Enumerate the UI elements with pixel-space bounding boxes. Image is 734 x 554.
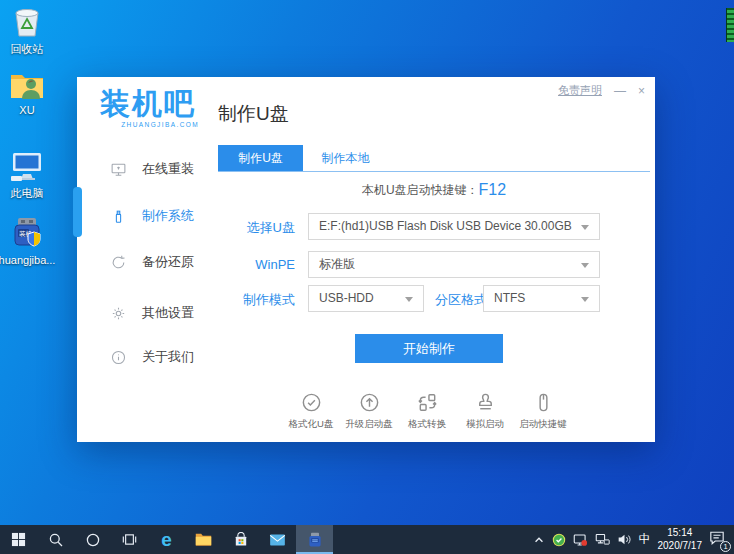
- this-pc-icon: [9, 150, 45, 184]
- desktop-icon-label: 此电脑: [11, 186, 44, 201]
- page-title: 制作U盘: [218, 101, 289, 127]
- chevron-up-icon: [533, 534, 545, 546]
- search-button[interactable]: [37, 525, 74, 554]
- desktop-icon-xu-folder[interactable]: XU: [0, 70, 60, 116]
- file-explorer-button[interactable]: [185, 525, 222, 554]
- tab-bar: 制作U盘 制作本地: [218, 145, 388, 172]
- app-logo-subtitle: ZHUANGJIBA.COM: [91, 121, 205, 128]
- make-mode-label: 制作模式: [231, 291, 295, 309]
- zhuangjiba-taskbar-icon: [307, 532, 323, 548]
- tool-label: 格式转换: [408, 418, 446, 431]
- tool-simulate-boot[interactable]: 模拟启动: [456, 391, 514, 431]
- zhuangjiba-usb-icon: 装机: [9, 216, 45, 252]
- close-button[interactable]: ×: [638, 84, 645, 98]
- cortana-button[interactable]: [74, 525, 111, 554]
- action-center-button[interactable]: 1: [709, 530, 729, 549]
- desktop: 回收站 XU 此电脑 装机: [0, 0, 734, 554]
- info-icon: [110, 349, 127, 366]
- sidebar-item-backup-restore[interactable]: 备份还原: [110, 252, 194, 272]
- usb-select-dropdown[interactable]: E:F:(hd1)USB Flash Disk USB Device 30.00…: [308, 213, 600, 240]
- recycle-bin-icon: [10, 4, 44, 40]
- gear-icon: [110, 305, 127, 322]
- tray-date: 2020/7/17: [658, 540, 703, 553]
- tool-format-usb[interactable]: 格式化U盘: [282, 391, 340, 431]
- upgrade-boot-icon: [358, 391, 381, 414]
- tray-screen-record-icon[interactable]: [573, 533, 588, 547]
- sidebar-item-label: 关于我们: [142, 348, 194, 366]
- system-tray: 中 15:14 2020/7/17 1: [533, 525, 734, 554]
- app-logo: 装机吧 ZHUANGJIBA.COM: [91, 87, 205, 128]
- tool-format-convert[interactable]: 格式转换: [398, 391, 456, 431]
- search-icon: [48, 532, 64, 548]
- tool-row: 格式化U盘 升级启动盘 格式转换: [282, 391, 572, 431]
- tool-label: 格式化U盘: [289, 418, 334, 431]
- store-button[interactable]: [222, 525, 259, 554]
- volume-icon: [617, 533, 632, 546]
- tray-clock[interactable]: 15:14 2020/7/17: [658, 527, 703, 552]
- winpe-dropdown[interactable]: 标准版: [308, 251, 600, 278]
- sidebar-item-about-us[interactable]: 关于我们: [110, 347, 194, 367]
- app-logo-title: 装机吧: [91, 87, 205, 120]
- boot-hotkey-value: F12: [479, 181, 507, 198]
- online-reinstall-icon: [110, 161, 127, 178]
- notification-badge: 1: [720, 541, 731, 552]
- task-view-button[interactable]: [111, 525, 148, 554]
- tool-label: 模拟启动: [466, 418, 504, 431]
- store-icon: [233, 532, 249, 548]
- sidebar-item-online-reinstall[interactable]: 在线重装: [110, 159, 194, 179]
- file-explorer-icon: [195, 532, 212, 547]
- tab-make-local[interactable]: 制作本地: [303, 145, 388, 172]
- sidebar-item-label: 制作系统: [142, 207, 194, 225]
- windows-logo-icon: [11, 532, 26, 547]
- zhuangjiba-app-window: 免责声明 — × 装机吧 ZHUANGJIBA.COM 在线重装 制作系统: [77, 77, 655, 442]
- boot-hotkey-icon: [532, 391, 555, 414]
- taskbar: e: [0, 525, 734, 554]
- mail-icon: [269, 533, 286, 547]
- clipped-desktop-widget: [726, 8, 734, 42]
- screen-record-icon: [573, 533, 588, 547]
- taskbar-left: e: [0, 525, 333, 554]
- partition-format-dropdown[interactable]: NTFS: [483, 285, 600, 312]
- task-view-icon: [121, 531, 138, 548]
- sidebar-item-label: 在线重装: [142, 160, 194, 178]
- usb-drive-icon: [110, 208, 127, 225]
- tool-upgrade-boot[interactable]: 升级启动盘: [340, 391, 398, 431]
- tray-volume-icon[interactable]: [617, 533, 632, 546]
- boot-hotkey-label: 本机U盘启动快捷键：: [362, 183, 479, 197]
- simulate-boot-icon: [474, 391, 497, 414]
- ime-indicator[interactable]: 中: [639, 531, 651, 548]
- active-item-indicator: [73, 187, 82, 237]
- minimize-button[interactable]: —: [614, 84, 626, 98]
- mail-button[interactable]: [259, 525, 296, 554]
- taskbar-app-zhuangjiba[interactable]: [296, 525, 333, 554]
- tab-make-usb[interactable]: 制作U盘: [218, 145, 303, 172]
- hidden-icons-chevron[interactable]: [533, 534, 545, 546]
- format-convert-icon: [416, 391, 439, 414]
- sidebar-item-other-settings[interactable]: 其他设置: [110, 303, 194, 323]
- tool-label: 升级启动盘: [345, 418, 393, 431]
- sidebar-item-make-system[interactable]: 制作系统: [110, 206, 194, 226]
- network-icon: [595, 533, 610, 546]
- desktop-icon-label: 回收站: [11, 42, 44, 57]
- tray-security-icon[interactable]: [552, 533, 566, 547]
- winpe-label: WinPE: [231, 257, 295, 272]
- usb-select-label: 选择U盘: [231, 219, 295, 237]
- tool-label: 启动快捷键: [519, 418, 567, 431]
- sidebar-item-label: 备份还原: [142, 253, 194, 271]
- edge-button[interactable]: e: [148, 525, 185, 554]
- security-green-icon: [552, 533, 566, 547]
- sidebar-item-label: 其他设置: [142, 304, 194, 322]
- desktop-icon-label: XU: [19, 104, 34, 116]
- desktop-icon-recycle-bin[interactable]: 回收站: [0, 4, 60, 57]
- boot-hotkey-line: 本机U盘启动快捷键：F12: [218, 181, 650, 199]
- start-make-button[interactable]: 开始制作: [355, 334, 503, 363]
- make-mode-dropdown[interactable]: USB-HDD: [308, 285, 424, 312]
- user-folder-icon: [9, 70, 45, 102]
- desktop-icon-this-pc[interactable]: 此电脑: [0, 150, 60, 201]
- tool-boot-hotkey[interactable]: 启动快捷键: [514, 391, 572, 431]
- desktop-icon-zhuangjiba[interactable]: 装机 huangjiba...: [0, 216, 60, 266]
- tray-network-icon[interactable]: [595, 533, 610, 546]
- start-button[interactable]: [0, 525, 37, 554]
- desktop-icon-label: huangjiba...: [0, 254, 55, 266]
- disclaimer-link[interactable]: 免责声明: [558, 83, 602, 98]
